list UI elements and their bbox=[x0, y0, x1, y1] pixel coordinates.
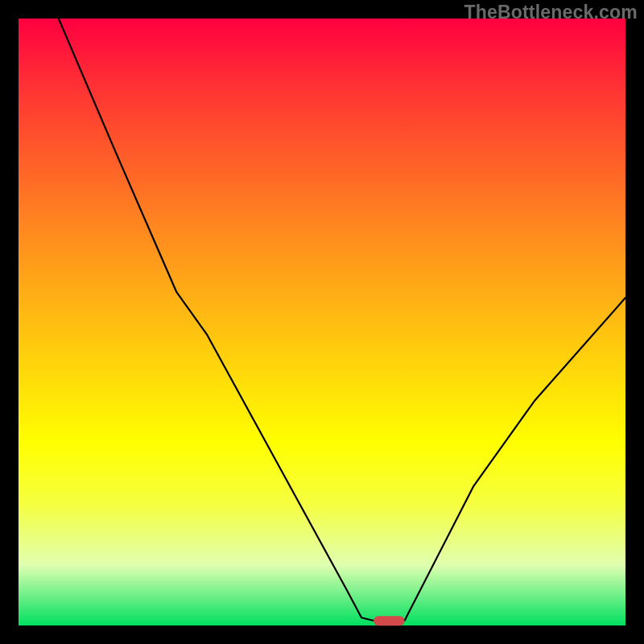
watermark-text: TheBottleneck.com bbox=[464, 2, 638, 23]
chart-container: TheBottleneck.com bbox=[0, 0, 644, 644]
bottleneck-curve bbox=[59, 19, 625, 621]
chart-overlay bbox=[19, 19, 625, 625]
optimal-marker bbox=[374, 616, 404, 625]
